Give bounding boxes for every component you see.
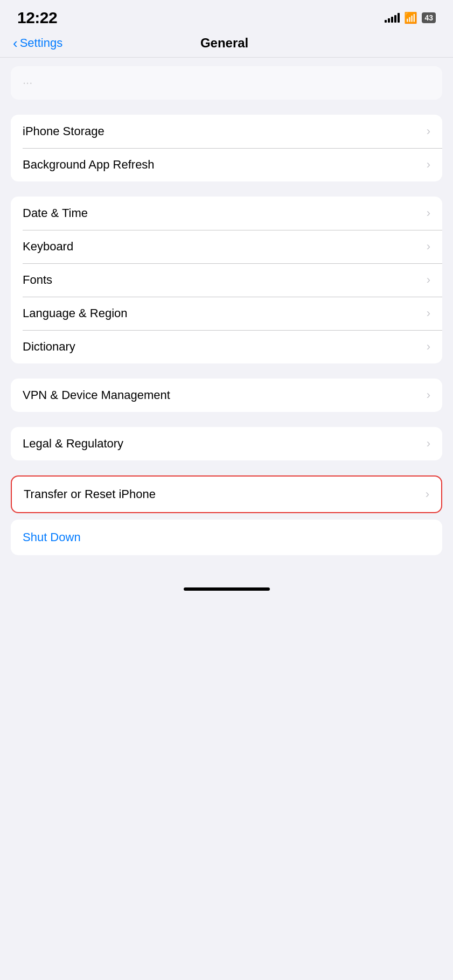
date-time-label: Date & Time	[23, 206, 88, 220]
transfer-reset-label: Transfer or Reset iPhone	[24, 487, 156, 501]
chevron-right-icon: ›	[427, 240, 430, 254]
shut-down-card: Shut Down	[11, 520, 442, 555]
dictionary-item[interactable]: Dictionary ›	[11, 330, 442, 363]
storage-group: iPhone Storage › Background App Refresh …	[11, 115, 442, 181]
status-time: 12:22	[17, 9, 57, 27]
battery-level: 43	[424, 13, 433, 22]
status-icons: 📶 43	[385, 11, 436, 24]
fonts-item[interactable]: Fonts ›	[11, 263, 442, 297]
partial-top-card: ···	[11, 66, 442, 100]
dictionary-label: Dictionary	[23, 340, 75, 354]
vpn-device-management-label: VPN & Device Management	[23, 388, 170, 402]
legal-group: Legal & Regulatory ›	[11, 427, 442, 460]
iphone-storage-item[interactable]: iPhone Storage ›	[11, 115, 442, 148]
wifi-icon: 📶	[404, 11, 417, 24]
language-region-label: Language & Region	[23, 306, 128, 320]
home-indicator	[11, 577, 442, 599]
shut-down-label: Shut Down	[23, 530, 81, 544]
legal-regulatory-label: Legal & Regulatory	[23, 437, 123, 451]
transfer-reset-card: Transfer or Reset iPhone ›	[11, 475, 442, 513]
datetime-group: Date & Time › Keyboard › Fonts › Languag…	[11, 197, 442, 363]
chevron-right-icon: ›	[427, 124, 430, 138]
back-chevron-icon: ‹	[13, 36, 18, 50]
fonts-label: Fonts	[23, 273, 52, 287]
page-title: General	[200, 36, 248, 51]
chevron-right-icon: ›	[427, 388, 430, 402]
vpn-device-management-item[interactable]: VPN & Device Management ›	[11, 379, 442, 412]
back-label: Settings	[20, 36, 63, 50]
legal-regulatory-item[interactable]: Legal & Regulatory ›	[11, 427, 442, 460]
keyboard-item[interactable]: Keyboard ›	[11, 230, 442, 263]
chevron-right-icon: ›	[427, 340, 430, 354]
shut-down-item[interactable]: Shut Down	[11, 520, 442, 555]
content-area: ··· iPhone Storage › Background App Refr…	[0, 66, 453, 599]
chevron-right-icon: ›	[426, 487, 429, 501]
back-button[interactable]: ‹ Settings	[13, 36, 62, 50]
chevron-right-icon: ›	[427, 306, 430, 320]
background-app-refresh-item[interactable]: Background App Refresh ›	[11, 148, 442, 181]
background-app-refresh-label: Background App Refresh	[23, 158, 155, 172]
battery-icon: 43	[422, 12, 436, 23]
chevron-right-icon: ›	[427, 206, 430, 220]
transfer-reset-item[interactable]: Transfer or Reset iPhone ›	[12, 477, 441, 512]
chevron-right-icon: ›	[427, 158, 430, 172]
list-item[interactable]: ···	[11, 66, 442, 100]
chevron-right-icon: ›	[427, 273, 430, 287]
keyboard-label: Keyboard	[23, 240, 73, 254]
nav-bar: ‹ Settings General	[0, 31, 453, 58]
status-bar: 12:22 📶 43	[0, 0, 453, 31]
chevron-right-icon: ›	[427, 437, 430, 451]
home-bar	[184, 587, 270, 591]
vpn-group: VPN & Device Management ›	[11, 379, 442, 412]
date-time-item[interactable]: Date & Time ›	[11, 197, 442, 230]
signal-icon	[385, 13, 400, 23]
language-region-item[interactable]: Language & Region ›	[11, 297, 442, 330]
iphone-storage-label: iPhone Storage	[23, 124, 104, 138]
